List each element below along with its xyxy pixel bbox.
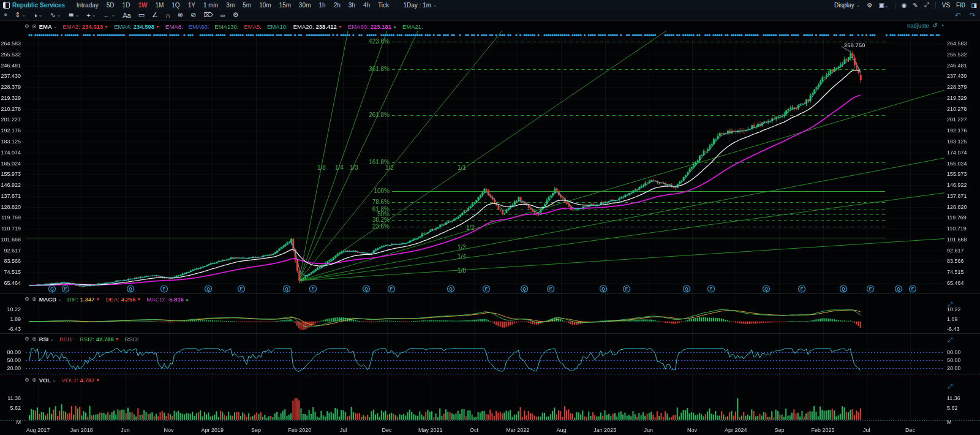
window-icon[interactable] (3, 2, 10, 9)
timeframe-4h[interactable]: 4h (359, 2, 374, 9)
legend-item-value: 234.013 (82, 23, 103, 30)
timeframe-1Q[interactable]: 1Q (168, 2, 184, 9)
layout-select-icon[interactable]: ▣⌄ (875, 2, 891, 9)
legend-item-label: RSI1: (59, 336, 74, 342)
price-axis-label-left: 155.973 (0, 171, 21, 177)
adjust-mode[interactable]: nadjuste ↺ ◔ (907, 22, 944, 29)
legend-item-label: MACD: (146, 296, 165, 303)
timeframe-1Y[interactable]: 1Y (184, 2, 199, 9)
price-axis-label-left: 174.074 (0, 149, 21, 156)
timeframe-Tick[interactable]: Tick (374, 2, 393, 9)
fi-button[interactable]: FI0 (953, 2, 968, 9)
refresh-icon[interactable]: ↺ (932, 22, 937, 29)
candle-interval-dropdown[interactable]: 1Day : 1m ⌄ (399, 2, 440, 9)
panel-axis-label-right: 11.36 (947, 395, 960, 401)
angle-tool-icon[interactable]: ∠ (148, 11, 162, 19)
timeframe-Intraday[interactable]: Intraday (72, 2, 102, 9)
price-axis-label-right: 264.583 (947, 40, 967, 47)
link-tool-icon[interactable]: ∞ (217, 12, 229, 19)
macd-legend: ⚙⊗MACD⌄DIF:1.347▼DEA:4.256▼MACD:-5.816▲ (24, 295, 189, 303)
hide-tool-icon[interactable]: ⊘ (187, 11, 200, 19)
indicator-settings-icon[interactable]: ⚙ (24, 23, 29, 29)
move-tool-icon[interactable]: ⌖ (0, 11, 11, 19)
indicator-close-icon[interactable]: ⊗ (32, 377, 37, 383)
display-dropdown[interactable]: Display ⌄ (831, 2, 864, 9)
sidebar-toggle-icon[interactable]: ◨ (968, 2, 980, 9)
chevron-down-icon: ⌄ (50, 336, 54, 342)
indicator-name: VOL (39, 377, 51, 384)
price-axis-label-right: 246.481 (947, 62, 967, 69)
price-axis-label-left: 137.871 (0, 193, 21, 199)
line-tool-icon[interactable]: ⇕⌄ (11, 11, 29, 19)
tool-settings-icon[interactable]: ⚙ (229, 11, 243, 19)
panel-axis-label-left: -6.43 (0, 326, 21, 332)
price-axis-label-left: 74.515 (0, 269, 21, 275)
price-axis-label-left: 119.769 (0, 214, 21, 221)
indicator-close-icon[interactable]: ⊗ (32, 23, 37, 29)
legend-item-label: RSI3: (125, 336, 140, 342)
panel-axis-label-left: 10.22 (0, 306, 21, 312)
timeframe-30m[interactable]: 30m (295, 2, 315, 9)
toolbar-divider (895, 2, 895, 9)
magnet-tool-icon[interactable]: ∩ (162, 12, 174, 19)
vol-expand-icon[interactable]: ⤢ (948, 383, 952, 390)
date-axis-label: Jul (325, 427, 361, 433)
indicator-close-icon[interactable]: ⊗ (32, 336, 37, 342)
price-axis-label-right: 74.515 (947, 269, 964, 275)
compare-tool-icon[interactable]: ⊜ (174, 11, 187, 19)
timeframe-1D[interactable]: 1D (118, 2, 134, 9)
rsi-expand-icon[interactable]: ⤢ (948, 336, 952, 344)
date-axis-label: Aug 2017 (20, 427, 56, 433)
price-axis-label-right: 83.566 (947, 258, 964, 264)
date-axis-label: Dec (369, 427, 405, 433)
fullscreen-icon[interactable]: ⤢ (921, 1, 932, 9)
chart-canvas[interactable] (0, 0, 980, 435)
indicator-close-icon[interactable]: ⊗ (32, 296, 37, 302)
price-axis-label-right: 192.176 (947, 127, 967, 134)
macd-expand-icon[interactable]: ⤢ (948, 301, 952, 308)
timeframe-3h[interactable]: 3h (344, 2, 359, 9)
timeframe-1W[interactable]: 1W (134, 2, 151, 9)
screenshot-icon[interactable]: ◉ (899, 2, 910, 9)
price-axis-label-right: 210.278 (947, 106, 967, 112)
timeframe-10m[interactable]: 10m (255, 2, 275, 9)
wave-tool-icon[interactable]: ∿⌄ (46, 11, 64, 19)
indicator-settings-icon[interactable]: ⚙ (24, 336, 29, 342)
text-tool-icon[interactable]: Aa (119, 12, 134, 19)
timeframe-5D[interactable]: 5D (102, 2, 118, 9)
panel-axis-label-left: M (0, 419, 21, 425)
clock-icon[interactable]: ◔ (940, 22, 944, 29)
date-axis-label: Feb 2025 (805, 427, 842, 433)
redo-icon[interactable]: ↷ (965, 11, 980, 20)
measure-tool-icon[interactable]: +⌄ (83, 12, 99, 19)
vs-compare-button[interactable]: VS (939, 2, 953, 9)
comment-tool-icon[interactable]: ▭ (135, 11, 148, 19)
delete-tool-icon[interactable]: ⌦ (200, 11, 217, 19)
down-arrow-icon: ▼ (96, 297, 100, 301)
indicator-settings-icon[interactable]: ⚙ (864, 2, 876, 9)
chevron-down-icon: ⌄ (52, 377, 56, 383)
panel-axis-label-left: 1.89 (0, 316, 21, 322)
undo-icon[interactable]: ↶ (951, 11, 965, 20)
timeframe-1min[interactable]: 1 min (199, 2, 222, 9)
edit-icon[interactable]: ✎ (910, 2, 921, 9)
timeframe-2h[interactable]: 2h (330, 2, 344, 9)
timeframe-15m[interactable]: 15m (275, 2, 295, 9)
timeframe-1h[interactable]: 1h (315, 2, 330, 9)
top-toolbar: Republic Services Intraday5D1D1W1M1Q1Y1 … (0, 0, 980, 10)
legend-item-value: -5.816 (167, 296, 184, 303)
date-axis-label: Mar 2022 (499, 427, 536, 433)
price-axis-label-right: 92.617 (947, 248, 964, 254)
timeframe-3m[interactable]: 3m (222, 2, 239, 9)
legend-item-label: EMA21: (402, 23, 423, 30)
indicator-settings-icon[interactable]: ⚙ (24, 377, 29, 383)
arrow-tool-icon[interactable]: ←⌄ (99, 12, 119, 19)
timeframe-5m[interactable]: 5m (239, 2, 255, 9)
symbol-name[interactable]: Republic Services (12, 2, 65, 9)
price-axis-label-left: 255.532 (0, 51, 21, 58)
shape-tool-icon[interactable]: ◑⌄ (29, 12, 46, 19)
timeframe-1M[interactable]: 1M (151, 2, 168, 9)
channel-tool-icon[interactable]: ≣⌄ (64, 11, 83, 19)
fib-level-label: 423.6% (343, 38, 390, 45)
indicator-settings-icon[interactable]: ⚙ (24, 296, 29, 302)
